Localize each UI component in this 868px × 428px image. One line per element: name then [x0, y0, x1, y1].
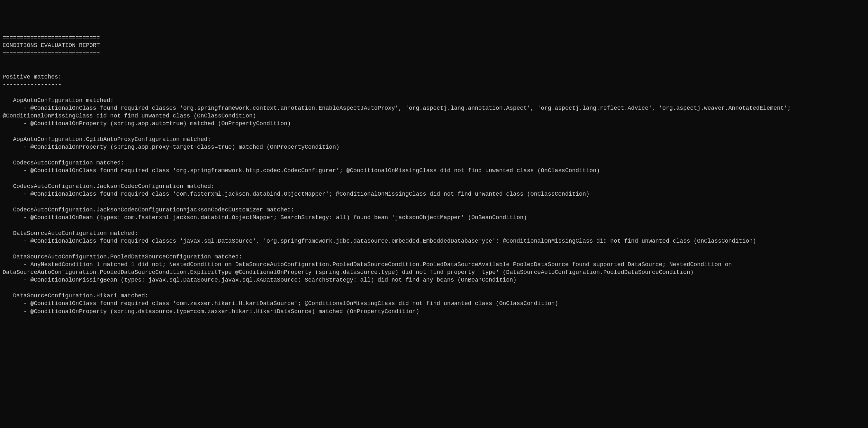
terminal-output[interactable]: ============================ CONDITIONS … [3, 34, 865, 323]
